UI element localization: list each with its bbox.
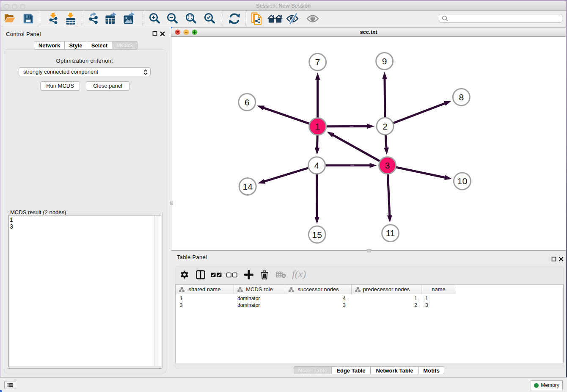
svg-text:7: 7 bbox=[315, 57, 320, 67]
svg-text:8: 8 bbox=[459, 92, 464, 102]
svg-text:10: 10 bbox=[457, 176, 467, 186]
svg-text:2: 2 bbox=[383, 121, 388, 131]
svg-text:14: 14 bbox=[243, 182, 253, 191]
svg-text:15: 15 bbox=[312, 230, 322, 240]
svg-text:11: 11 bbox=[386, 228, 395, 238]
svg-text:9: 9 bbox=[382, 56, 387, 66]
svg-text:3: 3 bbox=[385, 160, 390, 170]
svg-text:4: 4 bbox=[314, 160, 319, 170]
svg-text:1: 1 bbox=[315, 121, 320, 131]
svg-text:6: 6 bbox=[245, 97, 250, 107]
